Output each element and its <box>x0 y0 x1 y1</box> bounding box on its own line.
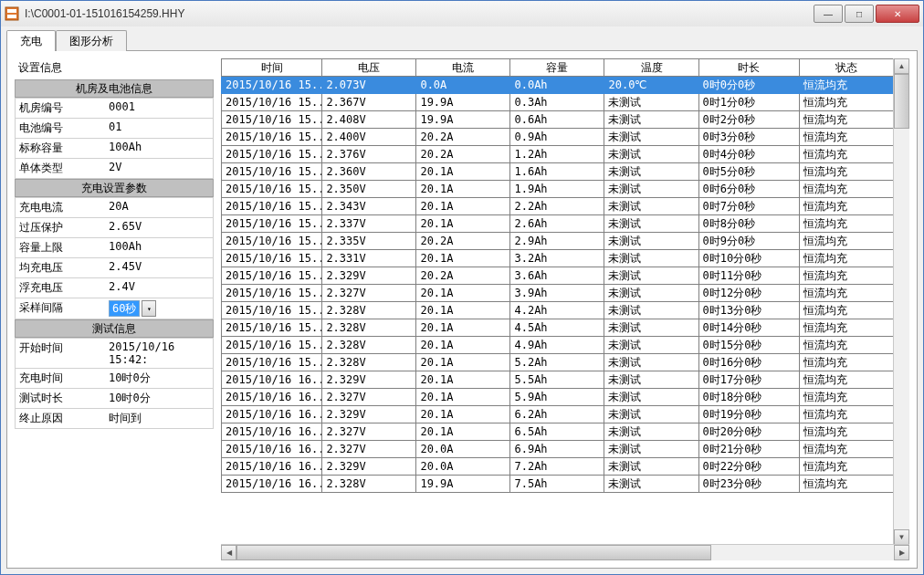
table-cell[interactable]: 2015/10/16 15... <box>222 181 322 198</box>
table-row[interactable]: 2015/10/16 15...2.328V20.1A5.2Ah未测试0时16分… <box>222 354 894 371</box>
table-cell[interactable]: 未测试 <box>604 476 698 493</box>
table-row[interactable]: 2015/10/16 15...2.328V20.1A4.2Ah未测试0时13分… <box>222 302 894 319</box>
table-row[interactable]: 2015/10/16 15...2.337V20.1A2.6Ah未测试0时8分0… <box>222 215 894 233</box>
chevron-down-icon[interactable]: ▾ <box>142 300 156 317</box>
scroll-left-button[interactable]: ◀ <box>221 545 236 560</box>
table-cell[interactable]: 20.2A <box>416 146 510 163</box>
table-cell[interactable]: 0时19分0秒 <box>698 406 799 423</box>
table-cell[interactable]: 0时11分0秒 <box>698 267 799 285</box>
table-cell[interactable]: 20.0A <box>416 441 510 458</box>
table-cell[interactable]: 2.329V <box>322 406 416 423</box>
table-cell[interactable]: 恒流均充 <box>799 441 893 458</box>
table-cell[interactable]: 恒流均充 <box>799 458 893 476</box>
table-row[interactable]: 2015/10/16 15...2.329V20.2A3.6Ah未测试0时11分… <box>222 267 894 285</box>
table-cell[interactable]: 2.328V <box>322 319 416 337</box>
table-cell[interactable]: 恒流均充 <box>799 267 893 285</box>
table-cell[interactable]: 未测试 <box>604 233 698 250</box>
table-cell[interactable]: 2.367V <box>322 94 416 111</box>
scroll-up-button[interactable]: ▲ <box>894 58 909 74</box>
table-cell[interactable]: 6.2Ah <box>510 406 604 423</box>
table-cell[interactable]: 20.1A <box>416 319 510 337</box>
table-cell[interactable]: 20.1A <box>416 337 510 354</box>
table-cell[interactable]: 2015/10/16 15... <box>222 354 322 371</box>
table-row[interactable]: 2015/10/16 16...2.329V20.1A6.2Ah未测试0时19分… <box>222 406 894 423</box>
table-cell[interactable]: 2015/10/16 15... <box>222 111 322 129</box>
tab-0[interactable]: 充电 <box>6 30 56 51</box>
table-cell[interactable]: 2.327V <box>322 285 416 302</box>
table-cell[interactable]: 20.1A <box>416 371 510 389</box>
table-cell[interactable]: 恒流均充 <box>799 233 893 250</box>
column-header[interactable]: 容量 <box>510 59 604 77</box>
table-row[interactable]: 2015/10/16 15...2.343V20.1A2.2Ah未测试0时7分0… <box>222 198 894 215</box>
table-cell[interactable]: 未测试 <box>604 250 698 267</box>
table-cell[interactable]: 恒流均充 <box>799 406 893 423</box>
table-cell[interactable]: 2015/10/16 15... <box>222 285 322 302</box>
table-cell[interactable]: 2.343V <box>322 198 416 215</box>
table-cell[interactable]: 2.6Ah <box>510 215 604 233</box>
table-cell[interactable]: 恒流均充 <box>799 94 893 111</box>
table-cell[interactable]: 20.1A <box>416 302 510 319</box>
column-header[interactable]: 状态 <box>799 59 893 77</box>
table-cell[interactable]: 2.327V <box>322 389 416 406</box>
table-cell[interactable]: 2015/10/16 16... <box>222 371 322 389</box>
column-header[interactable]: 时长 <box>698 59 799 77</box>
column-header[interactable]: 时间 <box>222 59 322 77</box>
table-cell[interactable]: 2.331V <box>322 250 416 267</box>
table-cell[interactable]: 5.5Ah <box>510 371 604 389</box>
table-cell[interactable]: 0时17分0秒 <box>698 371 799 389</box>
table-cell[interactable]: 2.2Ah <box>510 198 604 215</box>
table-cell[interactable]: 1.6Ah <box>510 163 604 181</box>
table-cell[interactable]: 2015/10/16 16... <box>222 406 322 423</box>
column-header[interactable]: 温度 <box>604 59 698 77</box>
table-cell[interactable]: 2.329V <box>322 371 416 389</box>
table-cell[interactable]: 0时18分0秒 <box>698 389 799 406</box>
table-cell[interactable]: 0.0Ah <box>510 77 604 94</box>
table-cell[interactable]: 5.9Ah <box>510 389 604 406</box>
table-cell[interactable]: 恒流均充 <box>799 250 893 267</box>
table-cell[interactable]: 恒流均充 <box>799 146 893 163</box>
table-cell[interactable]: 未测试 <box>604 198 698 215</box>
table-cell[interactable]: 0时10分0秒 <box>698 250 799 267</box>
vertical-scrollbar[interactable]: ▲ ▼ <box>893 58 909 545</box>
table-cell[interactable]: 20.1A <box>416 198 510 215</box>
table-cell[interactable]: 2015/10/16 15... <box>222 163 322 181</box>
table-cell[interactable]: 2.073V <box>322 77 416 94</box>
table-cell[interactable]: 2.400V <box>322 129 416 146</box>
table-cell[interactable]: 未测试 <box>604 354 698 371</box>
table-cell[interactable]: 0时13分0秒 <box>698 302 799 319</box>
table-cell[interactable]: 未测试 <box>604 371 698 389</box>
table-cell[interactable]: 2.337V <box>322 215 416 233</box>
table-row[interactable]: 2015/10/16 16...2.329V20.0A7.2Ah未测试0时22分… <box>222 458 894 476</box>
table-cell[interactable]: 2.350V <box>322 181 416 198</box>
table-cell[interactable]: 4.9Ah <box>510 337 604 354</box>
table-row[interactable]: 2015/10/16 16...2.328V19.9A7.5Ah未测试0时23分… <box>222 476 894 493</box>
table-cell[interactable]: 未测试 <box>604 163 698 181</box>
table-cell[interactable]: 2015/10/16 15... <box>222 146 322 163</box>
table-cell[interactable]: 0时14分0秒 <box>698 319 799 337</box>
table-cell[interactable]: 恒流均充 <box>799 389 893 406</box>
table-cell[interactable]: 20.1A <box>416 423 510 441</box>
table-cell[interactable]: 恒流均充 <box>799 163 893 181</box>
table-cell[interactable]: 20.1A <box>416 163 510 181</box>
table-cell[interactable]: 2015/10/16 15... <box>222 233 322 250</box>
table-cell[interactable]: 2015/10/16 16... <box>222 476 322 493</box>
table-cell[interactable]: 4.5Ah <box>510 319 604 337</box>
table-cell[interactable]: 3.2Ah <box>510 250 604 267</box>
table-cell[interactable]: 未测试 <box>604 215 698 233</box>
scroll-track-horizontal[interactable] <box>711 545 894 560</box>
table-cell[interactable]: 1.2Ah <box>510 146 604 163</box>
table-cell[interactable]: 5.2Ah <box>510 354 604 371</box>
table-cell[interactable]: 恒流均充 <box>799 181 893 198</box>
table-row[interactable]: 2015/10/16 15...2.350V20.1A1.9Ah未测试0时6分0… <box>222 181 894 198</box>
table-cell[interactable]: 0时20分0秒 <box>698 423 799 441</box>
table-row[interactable]: 2015/10/16 15...2.073V0.0A0.0Ah20.0℃0时0分… <box>222 77 894 94</box>
table-cell[interactable]: 未测试 <box>604 129 698 146</box>
table-cell[interactable]: 20.1A <box>416 406 510 423</box>
table-cell[interactable]: 6.9Ah <box>510 441 604 458</box>
table-cell[interactable]: 恒流均充 <box>799 215 893 233</box>
table-cell[interactable]: 0时15分0秒 <box>698 337 799 354</box>
table-cell[interactable]: 19.9A <box>416 476 510 493</box>
table-cell[interactable]: 未测试 <box>604 423 698 441</box>
table-row[interactable]: 2015/10/16 16...2.327V20.1A6.5Ah未测试0时20分… <box>222 423 894 441</box>
table-cell[interactable]: 2015/10/16 15... <box>222 267 322 285</box>
